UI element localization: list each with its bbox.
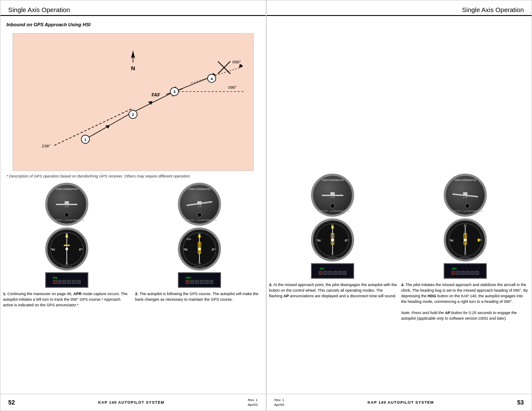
svg-text:238°: 238° [42, 143, 50, 148]
kap-display-4: MDG [444, 263, 487, 279]
kap-btn-9 [195, 280, 199, 284]
desc-4: 4. The pilot initiates the missed approa… [401, 282, 529, 321]
left-page-title: Single Axis Operation [8, 6, 70, 13]
desc-2-num: 2. [135, 292, 140, 296]
kap-btn-2 [58, 280, 62, 284]
right-page-number: 53 [517, 399, 524, 406]
svg-text:E: E [345, 239, 347, 243]
svg-text:NO PITCH: NO PITCH [52, 219, 62, 221]
tc-instrument-1: TURN COORDINATOR L R 2 MIN. NO PITC [45, 183, 88, 226]
svg-point-85 [331, 239, 334, 241]
svg-text:BENDIX/KING: BENDIX/KING [61, 266, 72, 268]
svg-point-73 [330, 204, 335, 208]
svg-text:NO PITCH: NO PITCH [317, 210, 328, 212]
kap-btn-7 [186, 280, 190, 284]
left-footer-rev: Rev. 1Apr/02 [248, 398, 258, 407]
hsi-4: N E W S BENDIX/KING [444, 218, 487, 262]
kap-btn-6 [77, 280, 81, 284]
svg-text:E: E [212, 248, 214, 252]
svg-text:BENDIX/KING: BENDIX/KING [327, 257, 338, 259]
svg-text:W: W [318, 239, 321, 243]
kap-btn-10 [200, 280, 204, 284]
svg-text:L      R: L R [464, 196, 468, 199]
svg-text:INFORMATION: INFORMATION [202, 219, 217, 221]
right-page-title: Single Axis Operation [462, 6, 524, 13]
kap-btn-11 [205, 280, 208, 284]
right-page-header: Single Axis Operation [267, 0, 532, 16]
instrument-set-4: TURN COORDINATOR L R 2 MIN. NO PITCH INF… [401, 174, 530, 279]
tc-instrument-3: TURN COORDINATOR L R 2 MIN. NO PITCH INF… [311, 174, 354, 217]
desc-3-num: 3. [269, 283, 274, 287]
left-instruments-area: TURN COORDINATOR L R 2 MIN. NO PITC [0, 183, 266, 288]
svg-text:W: W [450, 239, 454, 243]
desc-2: 2. The autopilot is following the GPS co… [135, 291, 263, 308]
footnote: * Description of GPS operation based on … [6, 174, 260, 179]
left-page-number: 52 [8, 399, 15, 406]
diagram-title: Inbound on GPS Approach Using HSI [6, 19, 260, 29]
kap-btn-16 [333, 271, 337, 275]
svg-point-53 [197, 213, 202, 217]
turn-coordinator-3: TURN COORDINATOR L R 2 MIN. NO PITCH INF… [311, 174, 354, 217]
svg-point-92 [465, 204, 470, 208]
hsi-3: N S W E BENDIX/KING [311, 218, 354, 262]
instrument-set-2: TURN COORDINATOR L R 2 MIN. NO PITCH INF… [135, 183, 264, 288]
turn-coordinator-2: TURN COORDINATOR L R 2 MIN. NO PITCH INF… [178, 183, 221, 226]
kap-btn-20 [456, 271, 460, 275]
left-page-header: Single Axis Operation [0, 0, 266, 16]
kap-text-4: MDG [452, 267, 478, 270]
left-page-footer: 52 KAP 140 AUTOPILOT SYSTEM Rev. 1Apr/02 [0, 394, 266, 411]
svg-text:4: 4 [211, 77, 213, 81]
desc-3: 3. At the missed approach point, the pil… [269, 282, 397, 321]
svg-line-8 [191, 67, 243, 83]
turn-coordinator-1: TURN COORDINATOR L R 2 MIN. NO PITC [45, 183, 88, 226]
svg-rect-72 [330, 192, 335, 196]
descriptions-right: 3. At the missed approach point, the pil… [267, 280, 532, 323]
svg-text:L      R: L R [197, 205, 202, 208]
svg-text:058°: 058° [232, 59, 241, 64]
svg-text:NO PITCH: NO PITCH [450, 210, 460, 212]
kap-btn-8 [190, 280, 194, 284]
svg-marker-27 [105, 124, 111, 129]
svg-text:NO PITCH: NO PITCH [184, 219, 195, 221]
svg-line-3 [54, 108, 133, 146]
svg-text:090°: 090° [228, 85, 237, 90]
desc-1-num: 1. [3, 292, 7, 296]
desc-1: 1. Continuing the maneuver on page 48, A… [3, 291, 131, 308]
svg-text:BENDIX/KING: BENDIX/KING [194, 266, 205, 268]
svg-text:1: 1 [84, 137, 87, 142]
right-footer-rev-left: Rev. 1Apr/02 [274, 398, 285, 407]
right-page: Single Axis Operation TURN COORDINATOR L… [266, 0, 532, 411]
svg-point-32 [65, 213, 69, 217]
kap-btn-15 [328, 271, 332, 275]
svg-text:W: W [184, 248, 188, 252]
kap-btn-22 [466, 271, 470, 275]
tc-instrument-2: TURN COORDINATOR L R 2 MIN. NO PITCH INF… [178, 183, 221, 226]
svg-rect-52 [197, 201, 202, 205]
left-page: Single Axis Operation Inbound on GPS App… [0, 0, 266, 411]
kap-display-1: OPW [45, 272, 88, 288]
svg-rect-43 [64, 245, 70, 246]
instrument-set-3: TURN COORDINATOR L R 2 MIN. NO PITCH INF… [268, 174, 398, 279]
svg-rect-91 [463, 192, 467, 196]
svg-text:3: 3 [173, 90, 175, 94]
descriptions-left: 1. Continuing the maneuver on page 48, A… [0, 290, 266, 310]
svg-text:N: N [131, 65, 135, 72]
kap-btn-13 [319, 271, 323, 275]
kap-btn-17 [338, 271, 342, 275]
svg-text:FAF: FAF [152, 92, 160, 97]
right-instruments-area: TURN COORDINATOR L R 2 MIN. NO PITCH INF… [267, 174, 532, 279]
svg-point-44 [65, 248, 68, 250]
kap-btn-14 [324, 271, 327, 275]
left-footer-label: KAP 140 AUTOPILOT SYSTEM [98, 400, 165, 405]
kap-btn-5 [72, 280, 76, 284]
kap-text-2: NPW [186, 276, 212, 279]
svg-text:BENDIX/KING: BENDIX/KING [460, 257, 471, 259]
right-page-footer: Rev. 1Apr/02 KAP 140 AUTOPILOT SYSTEM 53 [267, 394, 532, 411]
kap-btn-18 [342, 271, 346, 275]
kap-text-3: SNF [320, 267, 346, 270]
kap-display-2: NPW [178, 272, 221, 288]
kap-btn-23 [470, 271, 474, 275]
svg-text:INFORMATION: INFORMATION [69, 219, 84, 221]
svg-text:W: W [52, 248, 55, 252]
svg-text:INFORMATION: INFORMATION [468, 210, 483, 212]
